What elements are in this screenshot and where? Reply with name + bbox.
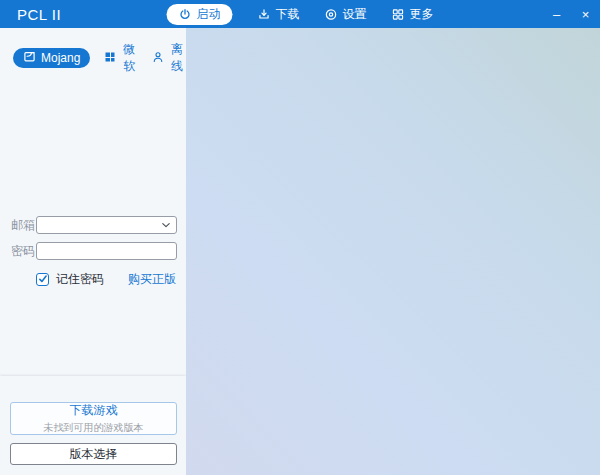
main-background [186, 28, 600, 475]
login-options-row: 记住密码 购买正版 [36, 271, 176, 288]
login-sidebar: Mojang 微软 [0, 28, 186, 475]
tab-microsoft-label: 微软 [120, 41, 138, 75]
top-navigation: 启动 下载 设置 [167, 0, 434, 28]
nav-tab-launch-label: 启动 [197, 6, 221, 23]
app-title: PCL II [17, 6, 61, 23]
remember-password-checkbox[interactable] [36, 273, 49, 286]
tab-offline[interactable]: 离线 [152, 41, 186, 75]
nav-tab-settings[interactable]: 设置 [325, 6, 367, 23]
password-row: 密码 [11, 242, 177, 260]
nav-tab-settings-label: 设置 [343, 6, 367, 23]
download-game-button[interactable]: 下载游戏 未找到可用的游戏版本 [10, 402, 177, 435]
download-game-title: 下载游戏 [70, 402, 118, 419]
account-type-tabs: Mojang 微软 [13, 41, 186, 75]
window-controls: – × [542, 0, 600, 28]
minimize-button[interactable]: – [542, 0, 571, 28]
tab-microsoft[interactable]: 微软 [104, 41, 138, 75]
person-icon [152, 51, 164, 66]
tab-offline-label: 离线 [168, 41, 186, 75]
mojang-icon [23, 50, 36, 66]
sidebar-bottom-panel: 下载游戏 未找到可用的游戏版本 版本选择 [0, 376, 186, 475]
tab-mojang-label: Mojang [41, 51, 80, 65]
titlebar: PCL II 启动 下 [0, 0, 600, 28]
grid-more-icon [392, 8, 405, 21]
email-combobox[interactable] [36, 216, 177, 234]
chevron-down-icon [161, 218, 171, 232]
buy-genuine-link[interactable]: 购买正版 [128, 271, 176, 288]
check-icon [38, 272, 48, 287]
nav-tab-download[interactable]: 下载 [258, 6, 300, 23]
window-body: Mojang 微软 [0, 28, 600, 475]
email-row: 邮箱 [11, 216, 177, 234]
nav-tab-download-label: 下载 [276, 6, 300, 23]
nav-tab-more-label: 更多 [410, 6, 434, 23]
email-label: 邮箱 [11, 217, 36, 234]
nav-tab-launch[interactable]: 启动 [167, 4, 233, 25]
nav-tab-more[interactable]: 更多 [392, 6, 434, 23]
app-window: PCL II 启动 下 [0, 0, 600, 475]
tab-mojang[interactable]: Mojang [13, 48, 90, 68]
login-form: 邮箱 密码 [0, 216, 186, 288]
password-input[interactable] [36, 242, 177, 260]
close-button[interactable]: × [571, 0, 600, 28]
windows-icon [104, 51, 116, 66]
remember-password-label: 记住密码 [56, 271, 104, 288]
password-label: 密码 [11, 243, 36, 260]
settings-icon [325, 8, 338, 21]
download-icon [258, 8, 271, 21]
download-game-subtitle: 未找到可用的游戏版本 [44, 421, 144, 435]
version-select-button[interactable]: 版本选择 [10, 443, 177, 465]
power-icon [179, 8, 192, 21]
